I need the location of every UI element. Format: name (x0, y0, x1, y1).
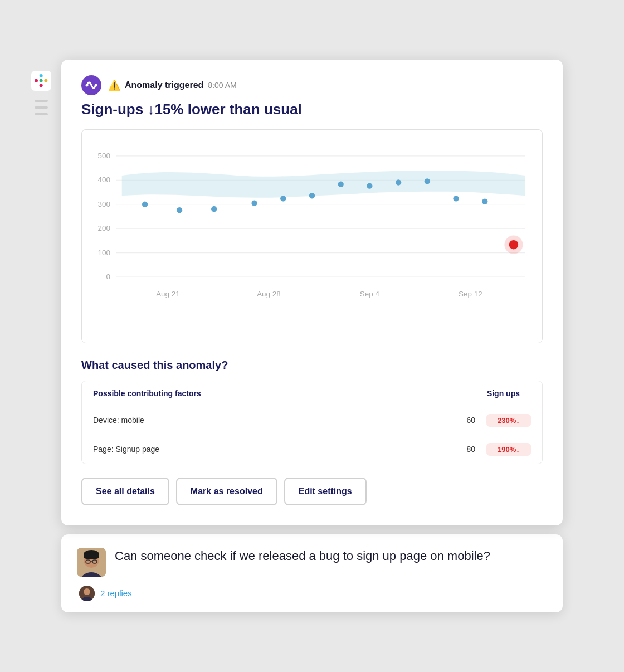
svg-rect-2 (40, 74, 43, 77)
svg-point-8 (95, 84, 98, 87)
svg-text:Sep 4: Sep 4 (360, 290, 380, 299)
reply-avatar-svg (79, 586, 95, 601)
anomaly-card: ⚠️ Anomaly triggered 8:00 AM Sign-ups ↓1… (61, 60, 563, 525)
data-point (453, 196, 459, 202)
data-point (367, 183, 372, 189)
replies-label[interactable]: 2 replies (100, 588, 132, 598)
sidebar-line-1 (35, 100, 48, 102)
data-point (211, 206, 217, 212)
reply-avatar (79, 586, 95, 601)
svg-text:100: 100 (98, 249, 110, 257)
user-avatar (77, 548, 106, 577)
factor-name: Device: mobile (93, 416, 447, 425)
avatar-svg (77, 548, 106, 577)
data-point (142, 202, 148, 207)
svg-rect-1 (35, 79, 38, 82)
alert-time: 8:00 AM (208, 81, 236, 90)
svg-rect-3 (40, 79, 43, 82)
svg-rect-5 (40, 84, 43, 87)
message-top: Can someone check if we released a bug t… (77, 548, 547, 577)
factor-value: 60 (459, 416, 475, 425)
see-all-details-button[interactable]: See all details (81, 478, 169, 505)
replies-row: 2 replies (77, 586, 547, 601)
svg-text:500: 500 (98, 152, 110, 160)
data-point (309, 193, 315, 199)
chart-container: 500 400 300 200 100 0 (81, 129, 543, 343)
svg-rect-4 (44, 79, 47, 82)
svg-text:Sep 12: Sep 12 (459, 290, 482, 299)
warning-icon: ⚠️ (108, 79, 120, 91)
action-buttons: See all details Mark as resolved Edit se… (81, 478, 543, 505)
brand-logo-icon (81, 75, 101, 95)
data-point (396, 180, 401, 186)
table-row: Device: mobile 60 230%↓ (82, 406, 542, 435)
mark-as-resolved-button[interactable]: Mark as resolved (176, 478, 277, 505)
data-point (177, 207, 182, 213)
svg-text:200: 200 (98, 225, 110, 233)
data-point (338, 182, 344, 187)
confidence-band (122, 171, 525, 198)
slack-logo-icon (31, 71, 51, 91)
svg-text:300: 300 (98, 200, 110, 208)
svg-text:Aug 21: Aug 21 (156, 290, 180, 299)
alert-title-row: ⚠️ Anomaly triggered 8:00 AM (108, 79, 237, 91)
factor-value: 80 (459, 445, 475, 454)
svg-text:Aug 28: Aug 28 (257, 290, 281, 299)
edit-settings-button[interactable]: Edit settings (284, 478, 367, 505)
svg-point-34 (84, 588, 90, 595)
data-point (482, 199, 488, 204)
col-header-factor: Possible contributing factors (93, 389, 476, 398)
slack-sidebar (28, 71, 55, 115)
col-header-signups: Sign ups (487, 389, 520, 398)
factor-badge: 230%↓ (486, 414, 531, 427)
svg-point-7 (86, 84, 89, 87)
section-title: What caused this anomaly? (81, 359, 543, 372)
sidebar-line-2 (35, 106, 48, 109)
card-header: ⚠️ Anomaly triggered 8:00 AM (81, 75, 543, 95)
chart-svg: 500 400 300 200 100 0 (93, 141, 531, 331)
message-text: Can someone check if we released a bug t… (115, 548, 490, 565)
alert-label: Anomaly triggered (125, 80, 203, 90)
data-point (425, 179, 430, 184)
factors-table: Possible contributing factors Sign ups D… (81, 381, 543, 464)
factor-badge: 190%↓ (486, 443, 531, 456)
main-title: Sign-ups ↓15% lower than usual (81, 101, 543, 118)
anomaly-dot (509, 240, 519, 250)
message-card: Can someone check if we released a bug t… (61, 534, 563, 612)
page-wrapper: ⚠️ Anomaly triggered 8:00 AM Sign-ups ↓1… (61, 60, 563, 612)
table-row: Page: Signup page 80 190%↓ (82, 435, 542, 464)
sidebar-line-3 (35, 113, 48, 115)
svg-text:400: 400 (98, 176, 110, 184)
data-point (251, 201, 257, 206)
factor-name: Page: Signup page (93, 445, 447, 454)
chart-svg-wrapper: 500 400 300 200 100 0 (93, 141, 531, 333)
factors-table-header: Possible contributing factors Sign ups (82, 381, 542, 406)
svg-text:0: 0 (106, 273, 110, 281)
svg-rect-29 (84, 553, 99, 559)
data-point (280, 196, 286, 202)
